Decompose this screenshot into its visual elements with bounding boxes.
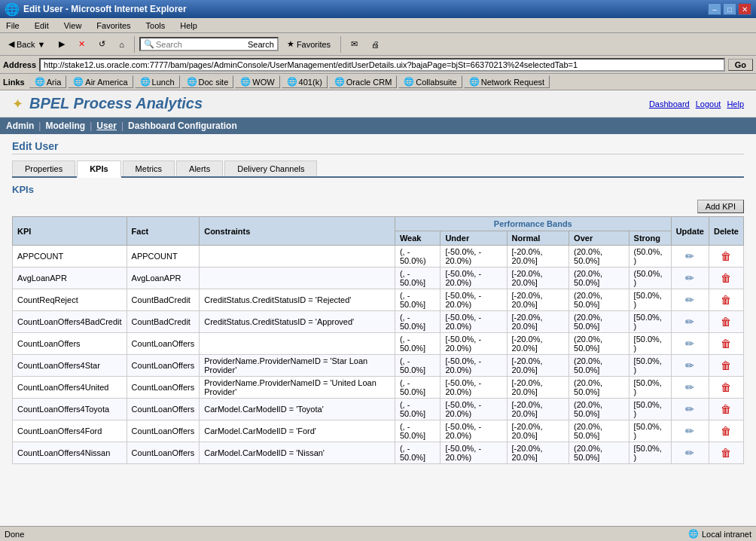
- cell-update[interactable]: ✏: [671, 246, 709, 267]
- cell-delete[interactable]: 🗑: [709, 355, 743, 377]
- cell-weak: (, - 50.0%]: [395, 442, 440, 464]
- link-lunch[interactable]: 🌐 Lunch: [135, 75, 180, 88]
- stop-button[interactable]: ✕: [73, 37, 90, 51]
- update-icon[interactable]: ✏: [685, 316, 694, 328]
- back-dropdown-icon[interactable]: ▼: [37, 40, 45, 49]
- cell-delete[interactable]: 🗑: [709, 246, 743, 267]
- cell-update[interactable]: ✏: [671, 399, 709, 420]
- cell-delete[interactable]: 🗑: [709, 442, 743, 464]
- forward-button[interactable]: ▶: [53, 37, 70, 51]
- cell-constraints: CarModel.CarModelID = 'Ford': [200, 420, 395, 442]
- cell-update[interactable]: ✏: [671, 420, 709, 442]
- cell-delete[interactable]: 🗑: [709, 289, 743, 311]
- delete-icon[interactable]: 🗑: [721, 359, 731, 371]
- link-oracle-crm[interactable]: 🌐 Oracle CRM: [329, 75, 398, 88]
- nav-dashboard-config[interactable]: Dashboard Configuration: [128, 121, 237, 131]
- delete-icon[interactable]: 🗑: [721, 447, 731, 459]
- link-doc-site[interactable]: 🌐 Doc site: [181, 75, 234, 88]
- update-icon[interactable]: ✏: [685, 425, 694, 437]
- nav-admin[interactable]: Admin: [6, 121, 34, 131]
- cell-normal: [-20.0%, 20.0%]: [507, 377, 569, 399]
- update-icon[interactable]: ✏: [685, 403, 694, 415]
- status-left: Done: [5, 530, 24, 539]
- cell-update[interactable]: ✏: [671, 355, 709, 377]
- tab-delivery-channels[interactable]: Delivery Channels: [224, 160, 317, 176]
- menu-favorites[interactable]: Favorites: [93, 20, 133, 32]
- cell-over: (20.0%, 50.0%]: [569, 377, 629, 399]
- add-kpi-button[interactable]: Add KPI: [697, 200, 744, 213]
- tab-properties[interactable]: Properties: [12, 160, 75, 176]
- menu-file[interactable]: File: [3, 20, 23, 32]
- refresh-button[interactable]: ↺: [93, 37, 111, 51]
- search-input[interactable]: [156, 40, 246, 49]
- cell-fact: CountLoanOffers: [127, 442, 200, 464]
- menu-edit[interactable]: Edit: [32, 20, 52, 32]
- cell-constraints: CreditStatus.CreditStatusID = 'Rejected': [200, 289, 395, 311]
- link-aria[interactable]: 🌐 Aria: [29, 75, 67, 88]
- header-links: Dashboard Logout Help: [649, 99, 744, 109]
- tab-kpis[interactable]: KPIs: [77, 160, 120, 178]
- update-icon[interactable]: ✏: [685, 250, 694, 262]
- delete-icon[interactable]: 🗑: [721, 338, 731, 350]
- minimize-button[interactable]: –: [708, 3, 721, 15]
- menu-tools[interactable]: Tools: [143, 20, 169, 32]
- link-network-request[interactable]: 🌐 Network Request: [464, 75, 550, 88]
- link-wow[interactable]: 🌐 WOW: [235, 75, 279, 88]
- menu-view[interactable]: View: [61, 20, 85, 32]
- cell-normal: [-20.0%, 20.0%]: [507, 442, 569, 464]
- cell-delete[interactable]: 🗑: [709, 420, 743, 442]
- cell-kpi: CountLoanOffers4Nissan: [13, 442, 127, 464]
- mail-button[interactable]: ✉: [346, 37, 363, 51]
- cell-update[interactable]: ✏: [671, 267, 709, 289]
- dashboard-link[interactable]: Dashboard: [649, 99, 690, 109]
- cell-update[interactable]: ✏: [671, 442, 709, 464]
- delete-icon[interactable]: 🗑: [721, 403, 731, 415]
- update-icon[interactable]: ✏: [685, 359, 694, 371]
- cell-strong: [50.0%, ): [629, 289, 671, 311]
- cell-update[interactable]: ✏: [671, 333, 709, 355]
- delete-icon[interactable]: 🗑: [721, 294, 731, 306]
- cell-update[interactable]: ✏: [671, 311, 709, 333]
- tab-metrics[interactable]: Metrics: [123, 160, 175, 176]
- menu-help[interactable]: Help: [177, 20, 200, 32]
- address-input[interactable]: [39, 58, 725, 72]
- title-bar-text: 🌐 Edit User - Microsoft Internet Explore…: [5, 2, 187, 17]
- update-icon[interactable]: ✏: [685, 447, 694, 459]
- update-icon[interactable]: ✏: [685, 272, 694, 284]
- link-air-america[interactable]: 🌐 Air America: [68, 75, 133, 88]
- delete-icon[interactable]: 🗑: [721, 272, 731, 284]
- window-controls[interactable]: – □ ✕: [708, 3, 751, 15]
- link-401k[interactable]: 🌐 401(k): [282, 75, 328, 88]
- update-icon[interactable]: ✏: [685, 338, 694, 350]
- home-button[interactable]: ⌂: [114, 38, 130, 51]
- close-button[interactable]: ✕: [738, 3, 751, 15]
- back-button[interactable]: ◀ Back ▼: [3, 37, 50, 51]
- cell-update[interactable]: ✏: [671, 289, 709, 311]
- link-icon: 🌐: [140, 77, 151, 87]
- link-collabsuite[interactable]: 🌐 Collabsuite: [398, 75, 462, 88]
- update-icon[interactable]: ✏: [685, 294, 694, 306]
- delete-icon[interactable]: 🗑: [721, 250, 731, 262]
- cell-delete[interactable]: 🗑: [709, 333, 743, 355]
- maximize-button[interactable]: □: [723, 3, 736, 15]
- logout-link[interactable]: Logout: [696, 99, 721, 109]
- cell-delete[interactable]: 🗑: [709, 377, 743, 399]
- print-button[interactable]: 🖨: [366, 38, 385, 51]
- delete-icon[interactable]: 🗑: [721, 425, 731, 437]
- tab-alerts[interactable]: Alerts: [176, 160, 223, 176]
- status-text: Done: [5, 530, 24, 539]
- cell-delete[interactable]: 🗑: [709, 311, 743, 333]
- nav-user[interactable]: User: [96, 121, 117, 131]
- update-icon[interactable]: ✏: [685, 381, 694, 393]
- cell-delete[interactable]: 🗑: [709, 267, 743, 289]
- cell-update[interactable]: ✏: [671, 377, 709, 399]
- go-button[interactable]: Go: [728, 59, 753, 71]
- nav-modeling[interactable]: Modeling: [45, 121, 85, 131]
- help-link[interactable]: Help: [727, 99, 744, 109]
- search-box[interactable]: 🔍 Search: [139, 37, 279, 51]
- delete-icon[interactable]: 🗑: [721, 316, 731, 328]
- favorites-button[interactable]: ★ Favorites: [282, 37, 336, 51]
- cell-delete[interactable]: 🗑: [709, 399, 743, 420]
- delete-icon[interactable]: 🗑: [721, 381, 731, 393]
- cell-under: [-50.0%, - 20.0%): [440, 377, 507, 399]
